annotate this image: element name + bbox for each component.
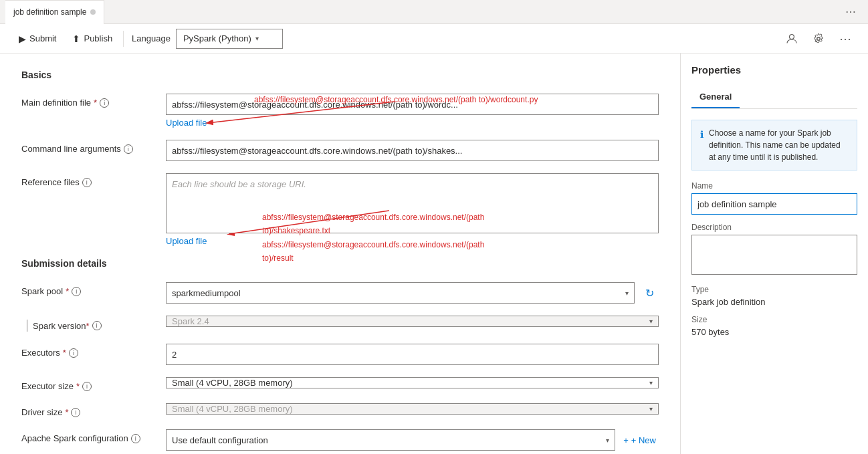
info-box-icon: ℹ (700, 128, 703, 163)
chevron-down-icon: ▾ (255, 35, 259, 42)
tab-more-button[interactable]: ⋯ (839, 0, 863, 24)
spark-pool-info-icon[interactable]: i (72, 287, 81, 296)
spark-version-control: Spark 2.4 ▾ (166, 316, 659, 327)
executor-size-dropdown[interactable]: Small (4 vCPU, 28GB memory) ▾ (166, 377, 659, 388)
apache-config-control: Use default configuration ▾ + + New View… (166, 429, 659, 454)
executors-label: Executors * i (21, 344, 155, 358)
executor-size-label: Executor size * i (21, 377, 155, 391)
spark-pool-dropdown[interactable]: sparkmediumpool ▾ (166, 282, 635, 304)
driver-size-chevron: ▾ (649, 405, 653, 413)
spark-pool-select-row: sparkmediumpool ▾ ↻ (166, 282, 659, 304)
driver-size-dropdown[interactable]: Small (4 vCPU, 28GB memory) ▾ (166, 403, 659, 415)
plus-icon: + (623, 435, 629, 445)
toolbar-right-actions: ⋯ (780, 27, 857, 51)
spark-pool-chevron: ▾ (625, 290, 629, 297)
new-button[interactable]: + + New (621, 435, 659, 445)
publish-button[interactable]: ⬆ Publish (64, 24, 120, 53)
name-input[interactable] (691, 193, 857, 215)
basics-section: Basics Main definition file * i Upload f… (21, 70, 659, 246)
main-def-row: Main definition file * i Upload file (21, 94, 659, 128)
executor-size-row: Executor size * i Small (4 vCPU, 28GB me… (21, 377, 659, 391)
executors-control (166, 344, 659, 365)
description-textarea[interactable] (691, 235, 857, 275)
main-layout: Basics Main definition file * i Upload f… (0, 53, 868, 454)
apache-config-info-icon[interactable]: i (131, 434, 140, 443)
properties-tabs: General (691, 86, 857, 109)
executor-size-control: Small (4 vCPU, 28GB memory) ▾ (166, 377, 659, 388)
content-area: Basics Main definition file * i Upload f… (0, 53, 681, 454)
driver-size-info-icon[interactable]: i (71, 408, 80, 417)
upload-file-link[interactable]: Upload file (166, 118, 659, 128)
ref-files-info-icon[interactable]: i (82, 178, 92, 187)
toolbar-separator (123, 31, 124, 47)
tab-general[interactable]: General (691, 86, 740, 108)
required-asterisk: * (94, 98, 97, 108)
executors-info-icon[interactable]: i (69, 348, 78, 358)
cmd-args-input[interactable] (166, 140, 659, 161)
ref-files-textarea[interactable] (166, 173, 659, 233)
main-def-input[interactable] (166, 94, 659, 115)
indent-line (27, 320, 27, 332)
driver-size-control: Small (4 vCPU, 28GB memory) ▾ (166, 403, 659, 415)
publish-icon: ⬆ (72, 33, 80, 44)
executors-input[interactable] (166, 344, 659, 365)
ref-files-control: Upload file (166, 173, 659, 246)
description-label: Description (691, 223, 857, 232)
main-content-wrapper: Basics Main definition file * i Upload f… (0, 53, 681, 454)
tab-job-definition[interactable]: job definition sample (5, 0, 104, 24)
cmd-args-label: Command line arguments i (21, 140, 155, 154)
apache-config-label: Apache Spark configuration i (21, 429, 155, 443)
apache-config-dropdown[interactable]: Use default configuration ▾ (166, 429, 615, 451)
more-options-button[interactable]: ⋯ (833, 27, 857, 51)
apache-config-chevron: ▾ (606, 437, 609, 444)
executor-size-chevron: ▾ (649, 379, 653, 386)
language-label: Language (126, 33, 176, 43)
cmd-args-control (166, 140, 659, 161)
person-icon-button[interactable] (780, 27, 804, 51)
tab-bar: job definition sample ⋯ (0, 0, 868, 24)
spark-version-dropdown[interactable]: Spark 2.4 ▾ (166, 316, 659, 327)
tab-modified-dot (90, 9, 96, 15)
ref-files-label: Reference files i (21, 173, 155, 187)
type-label: Type (691, 285, 857, 294)
spark-version-label-container: Spark version * i (21, 316, 155, 332)
executor-size-info-icon[interactable]: i (82, 382, 92, 391)
ref-files-row: Reference files i Upload file (21, 173, 659, 246)
info-box: ℹ Choose a name for your Spark job defin… (691, 120, 857, 171)
more-icon: ⋯ (839, 31, 852, 46)
driver-size-label: Driver size * i (21, 403, 155, 417)
cmd-args-row: Command line arguments i (21, 140, 659, 161)
basics-title: Basics (21, 70, 659, 80)
size-value: 570 bytes (691, 327, 857, 337)
refresh-button[interactable]: ↻ (640, 283, 659, 302)
spark-version-row: Spark version * i Spark 2.4 ▾ (21, 316, 659, 332)
spark-pool-row: Spark pool * i sparkmediumpool ▾ ↻ (21, 282, 659, 304)
spark-pool-label: Spark pool * i (21, 282, 155, 296)
apache-config-row: Apache Spark configuration i Use default… (21, 429, 659, 454)
cmd-args-info-icon[interactable]: i (124, 144, 133, 154)
tab-title: job definition sample (13, 7, 86, 17)
name-label: Name (691, 181, 857, 191)
size-label: Size (691, 315, 857, 324)
submit-icon: ▶ (19, 33, 26, 44)
spark-version-chevron: ▾ (649, 318, 653, 325)
executors-row: Executors * i (21, 344, 659, 365)
upload-file2-link[interactable]: Upload file (166, 236, 659, 246)
properties-panel: Properties General ℹ Choose a name for y… (681, 53, 868, 454)
spark-pool-control: sparkmediumpool ▾ ↻ (166, 282, 659, 304)
toolbar: ▶ Submit ⬆ Publish Language PySpark (Pyt… (0, 24, 868, 53)
main-def-control: Upload file (166, 94, 659, 128)
submit-button[interactable]: ▶ Submit (11, 24, 64, 53)
main-def-info-icon[interactable]: i (100, 98, 109, 108)
submission-section: Submission details Spark pool * i sparkm… (21, 258, 659, 454)
properties-title: Properties (691, 64, 857, 76)
main-def-label: Main definition file * i (21, 94, 155, 108)
settings-icon-button[interactable] (806, 27, 831, 51)
spark-version-info-icon[interactable]: i (92, 321, 102, 330)
type-value: Spark job definition (691, 297, 857, 307)
svg-point-0 (790, 34, 794, 39)
language-selector[interactable]: PySpark (Python) ▾ (176, 29, 283, 49)
submission-title: Submission details (21, 258, 659, 269)
driver-size-row: Driver size * i Small (4 vCPU, 28GB memo… (21, 403, 659, 417)
